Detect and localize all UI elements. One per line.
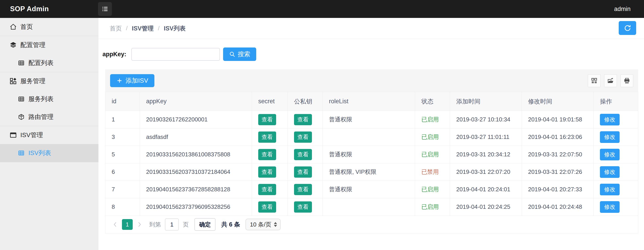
sidebar-item-isv-management[interactable]: ISV管理 xyxy=(0,126,98,144)
edit-button[interactable]: 修改 xyxy=(600,184,620,195)
cell-actions: 修改 xyxy=(594,111,638,128)
view-keys-button[interactable]: 查看 xyxy=(294,166,312,178)
table-icon xyxy=(18,150,24,156)
cell-keys: 查看 xyxy=(288,163,323,181)
plus-icon xyxy=(116,78,122,84)
row-added-time: 2019-04-01 20:24:25 xyxy=(456,203,510,210)
list-icon xyxy=(101,5,109,13)
sidebar-divider xyxy=(0,162,98,162)
page-size-select[interactable]: 10 条/页 xyxy=(246,219,280,230)
row-appkey: 20190401562373796095328256 xyxy=(146,203,230,210)
breadcrumb-separator: / xyxy=(158,25,160,32)
caret-updown-icon xyxy=(274,222,277,227)
cell-appkey: 20190401562373796095328256 xyxy=(140,198,252,215)
table-row: 620190331562037310372184064查看查看普通权限, VIP… xyxy=(106,163,638,181)
cell-appkey: 2019032617262200001 xyxy=(140,111,252,128)
confirm-page-button[interactable]: 确定 xyxy=(194,218,216,231)
cell-id: 3 xyxy=(106,128,140,146)
export-icon xyxy=(607,77,614,84)
cell-id: 7 xyxy=(106,181,140,198)
print-button[interactable] xyxy=(620,74,633,87)
search-input[interactable] xyxy=(131,48,220,61)
view-secret-button[interactable]: 查看 xyxy=(258,114,276,125)
edit-button[interactable]: 修改 xyxy=(600,114,620,125)
printer-icon xyxy=(624,77,630,84)
cell-secret: 查看 xyxy=(252,163,288,181)
view-secret-button[interactable]: 查看 xyxy=(258,131,276,143)
cell-added-time: 2019-03-31 20:34:12 xyxy=(450,146,522,163)
cell-id: 5 xyxy=(106,146,140,163)
edit-button[interactable]: 修改 xyxy=(600,201,620,213)
view-keys-button[interactable]: 查看 xyxy=(294,201,312,213)
table-row: 3asdfasdf查看查看已启用2019-03-27 11:01:112019-… xyxy=(106,128,638,146)
sidebar-toggle-button[interactable] xyxy=(98,2,112,16)
cell-modified-time: 2019-03-31 22:07:26 xyxy=(522,163,594,181)
row-modified-time: 2019-04-01 20:24:48 xyxy=(528,203,582,210)
column-header: 状态 xyxy=(415,92,450,111)
status-text: 已启用 xyxy=(421,185,439,193)
search-button-label: 搜索 xyxy=(238,50,250,59)
cell-status: 已启用 xyxy=(415,128,450,146)
cell-rolelist xyxy=(323,128,415,146)
next-page-button[interactable] xyxy=(135,221,144,227)
view-keys-button[interactable]: 查看 xyxy=(294,131,312,143)
search-button[interactable]: 搜索 xyxy=(223,48,256,61)
cell-secret: 查看 xyxy=(252,146,288,163)
view-secret-button[interactable]: 查看 xyxy=(258,184,276,195)
current-page-button[interactable]: 1 xyxy=(122,219,133,230)
edit-button[interactable]: 修改 xyxy=(600,149,620,160)
sidebar-item-service-list[interactable]: 服务列表 xyxy=(0,90,98,108)
prev-page-button[interactable] xyxy=(111,221,120,227)
add-isv-button[interactable]: 添加ISV xyxy=(110,74,154,87)
sidebar-item-label: 首页 xyxy=(20,23,33,31)
view-keys-button[interactable]: 查看 xyxy=(294,149,312,160)
cell-secret: 查看 xyxy=(252,181,288,198)
status-text: 已禁用 xyxy=(421,168,439,176)
view-secret-button[interactable]: 查看 xyxy=(258,149,276,160)
cell-status: 已启用 xyxy=(415,198,450,215)
export-button[interactable] xyxy=(604,74,617,87)
cell-appkey: 20190401562373672858288128 xyxy=(140,181,252,198)
components-icon xyxy=(10,77,17,85)
cell-status: 已启用 xyxy=(415,181,450,198)
view-keys-button[interactable]: 查看 xyxy=(294,184,312,195)
breadcrumb-item[interactable]: ISV管理 xyxy=(132,25,154,33)
page-size-value: 10 条/页 xyxy=(250,221,271,228)
cell-status: 已启用 xyxy=(415,146,450,163)
sidebar-item-home[interactable]: 首页 xyxy=(0,18,98,36)
sidebar-item-service-management[interactable]: 服务管理 xyxy=(0,72,98,90)
column-header: roleList xyxy=(323,92,415,111)
cell-modified-time: 2019-04-01 16:23:06 xyxy=(522,128,594,146)
cell-actions: 修改 xyxy=(594,181,638,198)
breadcrumb-item[interactable]: 首页 xyxy=(110,25,122,33)
page-number-input[interactable] xyxy=(165,218,179,230)
edit-button[interactable]: 修改 xyxy=(600,166,620,178)
column-header: 添加时间 xyxy=(450,92,522,111)
columns-settings-button[interactable] xyxy=(588,74,600,87)
user-menu[interactable]: admin xyxy=(614,6,630,13)
view-keys-button[interactable]: 查看 xyxy=(294,114,312,125)
cell-id: 8 xyxy=(106,198,140,215)
breadcrumb: 首页/ISV管理/ISV列表 xyxy=(110,25,186,33)
cell-secret: 查看 xyxy=(252,198,288,215)
cell-id: 6 xyxy=(106,163,140,181)
cell-added-time: 2019-03-31 22:07:20 xyxy=(450,163,522,181)
refresh-button[interactable] xyxy=(619,21,636,35)
row-appkey: asdfasdf xyxy=(146,134,168,140)
breadcrumb-item[interactable]: ISV列表 xyxy=(164,25,186,33)
data-grid: idappKeysecret公私钥roleList状态添加时间修改时间操作 12… xyxy=(105,92,638,233)
sidebar-item-route-management[interactable]: 路由管理 xyxy=(0,108,98,126)
view-secret-button[interactable]: 查看 xyxy=(258,201,276,213)
edit-button[interactable]: 修改 xyxy=(600,131,620,143)
column-header: appKey xyxy=(140,92,252,111)
sidebar-item-isv-list[interactable]: ISV列表 xyxy=(0,144,98,162)
cube-icon xyxy=(18,114,24,120)
row-rolelist: 普通权限 xyxy=(329,185,352,193)
view-secret-button[interactable]: 查看 xyxy=(258,166,276,178)
sidebar-item-config-list[interactable]: 配置列表 xyxy=(0,54,98,72)
home-icon xyxy=(10,23,17,31)
sidebar-item-config-management[interactable]: 配置管理 xyxy=(0,36,98,54)
cell-rolelist: 普通权限 xyxy=(323,181,415,198)
row-id: 3 xyxy=(112,134,115,140)
cell-added-time: 2019-04-01 20:24:01 xyxy=(450,181,522,198)
